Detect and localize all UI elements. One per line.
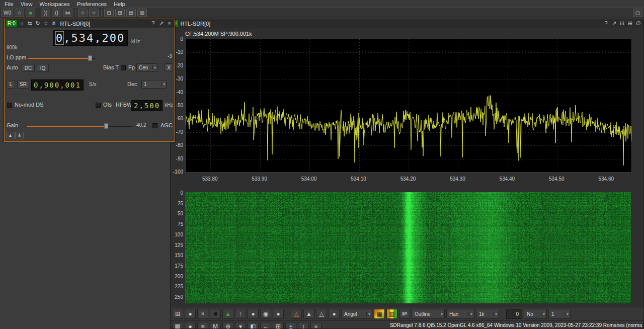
waterfall-y-tick: 0	[170, 190, 183, 196]
bottom-toolbar-icon-11[interactable]: «	[310, 322, 321, 329]
change-device-icon[interactable]: ⇆	[26, 20, 34, 27]
help-icon[interactable]: ?	[602, 20, 610, 27]
chevron-down-icon: ▾	[541, 312, 545, 316]
colormap-dropdown[interactable]: Angel▾	[341, 309, 372, 319]
iq-correction-button[interactable]: IQ	[37, 64, 49, 72]
start-all-devices-icon[interactable]: ■	[26, 9, 35, 17]
transverter-button[interactable]: X	[165, 63, 173, 71]
sample-rate-dial[interactable]: 0,900,001	[31, 79, 84, 91]
trace-fill-icon[interactable]: ▲	[303, 309, 314, 319]
offset-value[interactable]: 0	[506, 309, 522, 319]
grid-icon[interactable]: ⊞	[172, 309, 183, 319]
cascade-windows-icon[interactable]: ⊟	[104, 9, 114, 17]
add-feature-icon[interactable]: ☆	[89, 9, 99, 17]
menu-workspaces[interactable]: Workspaces	[36, 1, 72, 7]
agc-checkbox[interactable]	[152, 123, 157, 128]
histogram-icon[interactable]: ●	[185, 309, 196, 319]
marker-icon[interactable]: ●	[329, 309, 340, 319]
settings-gear-icon[interactable]: ☼	[18, 20, 26, 27]
fft-window-dropdown[interactable]: Han▾	[446, 309, 474, 319]
device-titlebar[interactable]: R:0 ☼⇆↻☆⋔ RTL-SDR[0] ?↗×	[5, 19, 175, 28]
bottom-toolbar-icon-10[interactable]: ↕	[298, 322, 309, 329]
spectrum-x-tick: 534.20	[397, 176, 419, 182]
channels-icon[interactable]: ⋔	[50, 20, 58, 27]
fc-position-dropdown[interactable]: Cen▾	[136, 63, 157, 72]
current-trace-icon[interactable]: ↑	[235, 309, 246, 319]
workspace-button[interactable]: W0	[2, 9, 13, 17]
spectrum-toolbar: ⊞●×■▲↑●◉●△▲△●Angel▾▦▥3POutline▾Han▾1k▾0N…	[171, 307, 643, 320]
rf-bandwidth-dial[interactable]: 2,500	[131, 100, 163, 111]
add-channel-icon[interactable]: ☆	[78, 9, 88, 17]
tile-windows-icon[interactable]: ⊞	[115, 9, 125, 17]
bottom-toolbar-icon-4[interactable]: ⊕	[222, 322, 233, 329]
chevron-down-icon: ▾	[366, 312, 370, 316]
waterfall-bars-icon[interactable]: ▥	[386, 309, 397, 319]
trace-intensity-icon[interactable]: ●	[248, 309, 259, 319]
move-to-workspace-icon[interactable]: ↗	[610, 20, 618, 27]
bottom-toolbar-icon-1[interactable]: ●	[185, 322, 196, 329]
slider-fill	[28, 58, 88, 59]
favorites-star-icon[interactable]: ☆	[42, 20, 50, 27]
lo-ppm-slider[interactable]	[28, 55, 95, 61]
hide-window-icon[interactable]: ∅	[634, 20, 642, 27]
antenna-triangle-icon[interactable]: ▲	[6, 132, 15, 139]
bottom-toolbar-icon-2[interactable]: ≡	[197, 322, 208, 329]
bottom-toolbar-icon-9[interactable]: ±	[285, 322, 296, 329]
frequency-cursor-digit[interactable]: 0	[56, 32, 63, 44]
waterfall-palette-icon[interactable]: ▦	[374, 309, 385, 319]
no-mod-ds-checkbox[interactable]	[7, 103, 12, 108]
bottom-toolbar-icon-8[interactable]: ⊞	[273, 322, 284, 329]
menu-view[interactable]: View	[18, 1, 36, 7]
feature-presets-icon[interactable]: ☆	[15, 9, 24, 17]
bottom-toolbar-icon-3[interactable]: M	[210, 322, 221, 329]
bias-t-checkbox[interactable]	[121, 65, 126, 70]
menu-preferences[interactable]: Preferences	[74, 1, 110, 7]
decimation-dropdown[interactable]: 1▾	[141, 80, 167, 89]
reload-device-icon[interactable]: ↻	[34, 20, 42, 27]
add-mimo-device-icon[interactable]: ⋈	[63, 9, 72, 17]
trace-outline-icon[interactable]: △	[316, 309, 327, 319]
sample-rate-mode-button[interactable]: SR	[17, 80, 29, 89]
menu-help[interactable]: Help	[111, 1, 128, 7]
help-icon[interactable]: ?	[149, 20, 157, 27]
dc-correction-button[interactable]: DC	[22, 64, 35, 72]
background-color-icon[interactable]: ■	[210, 309, 221, 319]
slider-handle[interactable]	[88, 55, 92, 61]
3d-spectrogram-icon[interactable]: 3P	[399, 309, 410, 319]
slider-handle[interactable]	[104, 123, 108, 129]
averaging-count-dropdown[interactable]: 1▾	[548, 309, 571, 319]
bottom-toolbar-icon-5[interactable]: ▾	[235, 322, 246, 329]
style-dropdown[interactable]: Outline▾	[412, 309, 445, 319]
waterfall-display[interactable]	[185, 192, 631, 303]
gain-slider[interactable]	[27, 123, 132, 129]
maximize-window-icon[interactable]: ▢	[633, 9, 642, 17]
waterfall-toggle-icon[interactable]: ◉	[260, 309, 271, 319]
maximize-window-icon[interactable]: ⊞	[626, 20, 634, 27]
device-titlebar-icons: ☼⇆↻☆⋔	[18, 20, 58, 27]
ref-level-icon[interactable]: △	[291, 309, 302, 319]
shrink-window-icon[interactable]: ⊡	[618, 20, 626, 27]
station-tree-icon[interactable]: ⋔	[15, 132, 24, 139]
device-index-badge[interactable]: R:0	[6, 20, 17, 27]
bottom-toolbar-icon-0[interactable]: ▦	[172, 322, 183, 329]
menu-file[interactable]: File	[2, 1, 17, 7]
bottom-toolbar-icon-6[interactable]: ◧	[248, 322, 259, 329]
averaging-mode-dropdown[interactable]: No▾	[524, 309, 547, 319]
spectrum-display[interactable]	[185, 39, 632, 173]
close-icon[interactable]: ×	[166, 20, 173, 27]
add-tx-device-icon[interactable]: ()	[52, 9, 61, 17]
add-rx-device-icon[interactable]: )(	[41, 9, 50, 17]
frequency-dial[interactable]: 0,534,200	[53, 30, 128, 46]
move-to-workspace-icon[interactable]: ↗	[157, 20, 165, 27]
max-hold-icon[interactable]: ▲	[222, 309, 233, 319]
spectrum-toggle-icon[interactable]: ●	[273, 309, 284, 319]
tab-windows-icon[interactable]: ▥	[137, 9, 147, 17]
frequency-digits[interactable]: ,534,200	[63, 32, 125, 44]
stack-windows-icon[interactable]: ▤	[126, 9, 136, 17]
bottom-toolbar-icon-7[interactable]: ↔	[260, 322, 271, 329]
local-oscillator-button[interactable]: L	[7, 80, 15, 89]
offset-tuning-checkbox[interactable]	[96, 103, 101, 108]
clear-spectrum-icon[interactable]: ×	[197, 309, 208, 319]
spectrum-titlebar[interactable]: 0 RTL-SDR[0] ?↗⊡⊞∅	[171, 19, 643, 28]
fft-size-dropdown[interactable]: 1k▾	[476, 309, 499, 319]
